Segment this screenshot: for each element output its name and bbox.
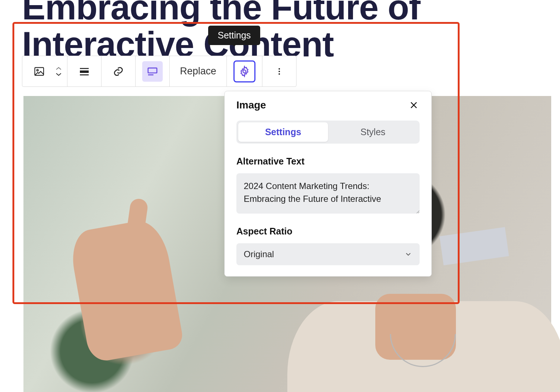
svg-rect-3 <box>80 70 89 73</box>
move-handles <box>55 66 63 77</box>
page-title: Embracing the Future of Interactive Cont… <box>22 0 553 63</box>
aspect-ratio-select[interactable]: Original <box>236 243 420 265</box>
more-button[interactable] <box>269 61 290 82</box>
move-up-icon[interactable] <box>55 66 63 71</box>
align-button[interactable] <box>74 61 95 82</box>
svg-rect-5 <box>148 68 157 73</box>
link-button[interactable] <box>108 61 129 82</box>
alt-text-input[interactable] <box>236 173 420 214</box>
tab-styles[interactable]: Styles <box>328 122 418 142</box>
svg-point-8 <box>279 68 280 70</box>
close-button[interactable] <box>408 99 420 111</box>
alt-text-label: Alternative Text <box>236 156 420 167</box>
image-icon[interactable] <box>29 61 49 82</box>
aspect-ratio-value: Original <box>244 249 274 259</box>
popover-title: Image <box>236 99 266 111</box>
image-settings-popover: Image Settings Styles Alternative Text A… <box>224 91 432 277</box>
svg-point-9 <box>279 71 280 72</box>
tabs: Settings Styles <box>236 121 420 144</box>
svg-rect-2 <box>80 68 89 69</box>
replace-button[interactable]: Replace <box>170 56 227 86</box>
svg-rect-4 <box>80 74 89 75</box>
settings-button[interactable] <box>233 60 255 82</box>
tooltip-settings: Settings <box>208 26 260 45</box>
aspect-ratio-label: Aspect Ratio <box>236 226 420 237</box>
block-toolbar: Replace <box>22 56 296 87</box>
svg-point-7 <box>243 70 246 73</box>
svg-point-1 <box>37 69 38 71</box>
svg-point-10 <box>279 73 280 75</box>
move-down-icon[interactable] <box>55 71 63 77</box>
tab-settings[interactable]: Settings <box>238 122 328 142</box>
chevron-down-icon <box>404 250 412 258</box>
caption-button[interactable] <box>142 61 163 82</box>
